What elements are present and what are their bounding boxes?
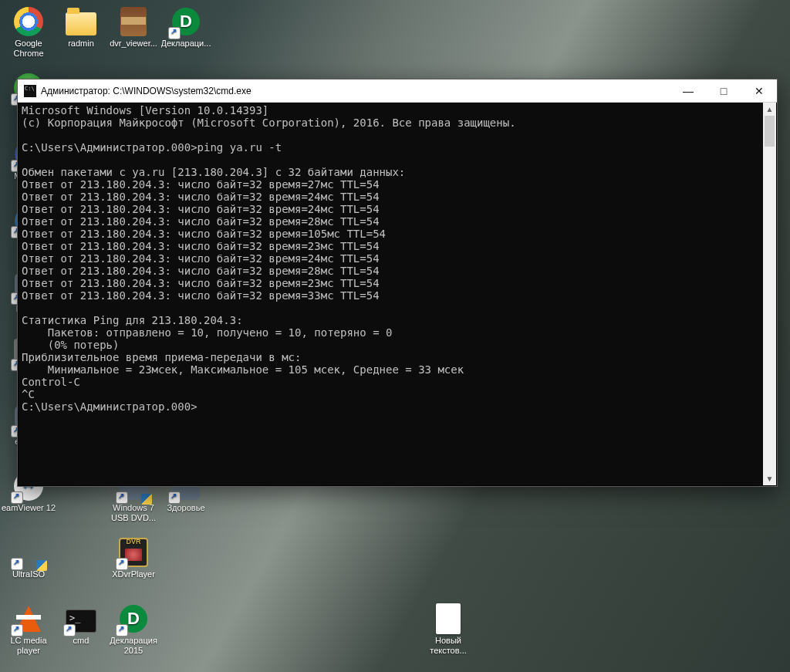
desktop-icon-label: LC media player (1, 636, 56, 655)
desktop-icon-radmin[interactable]: radmin (52, 6, 110, 49)
shortcut-arrow-icon (64, 625, 75, 636)
shortcut-arrow-icon (116, 625, 127, 636)
decl2-icon: D (118, 603, 149, 634)
desktop-icon-txt[interactable]: Новый текстов... (420, 603, 477, 655)
shortcut-arrow-icon (12, 492, 22, 503)
titlebar[interactable]: Администратор: C:\WINDOWS\system32\cmd.e… (18, 79, 777, 103)
desktop-icon-uiso[interactable]: UltraISO (0, 537, 57, 579)
chrome-icon (13, 6, 44, 37)
terminal-output[interactable]: Microsoft Windows [Version 10.0.14393] (… (19, 103, 763, 485)
radmin-icon (66, 6, 96, 37)
window-title: Администратор: C:\WINDOWS\system32\cmd.e… (41, 86, 252, 96)
desktop-icon-label: Декларация 2015 (106, 636, 161, 655)
cmd-icon (66, 603, 96, 634)
scrollbar[interactable]: ▲ ▼ (763, 103, 776, 485)
desktop-icon-dvrv[interactable]: dvr_viewer... (105, 6, 162, 49)
desktop-icon-label: Google Chrome (1, 39, 56, 58)
decl1-icon: D (170, 6, 201, 37)
shortcut-arrow-icon (12, 559, 22, 569)
close-button[interactable]: ✕ (741, 79, 777, 103)
desktop-icon-label: radmin (68, 39, 94, 49)
desktop-icon-label: XDvrPlayer (112, 569, 155, 579)
shortcut-arrow-icon (169, 492, 180, 503)
scroll-up-icon[interactable]: ▲ (763, 103, 776, 116)
desktop-icon-cmd[interactable]: cmd (52, 603, 110, 646)
desktop-icon-vlc[interactable]: LC media player (0, 603, 57, 655)
scroll-down-icon[interactable]: ▼ (763, 472, 776, 485)
desktop-icon-label: Windows 7 USB DVD... (106, 503, 161, 522)
dvrv-icon (118, 6, 149, 37)
scroll-track[interactable] (763, 116, 776, 472)
desktop-icon-decl2[interactable]: DДекларация 2015 (105, 603, 162, 655)
uac-shield-icon (141, 494, 152, 505)
desktop-icon-xdvr[interactable]: XDvrPlayer (105, 537, 162, 579)
desktop-icon-label: Новый текстов... (420, 636, 476, 655)
desktop-icon-label: dvr_viewer... (110, 39, 157, 49)
desktop-icon-label: Деклараци... (161, 39, 211, 49)
shortcut-arrow-icon (116, 559, 127, 569)
cmd-window: Администратор: C:\WINDOWS\system32\cmd.e… (17, 79, 778, 487)
vlc-icon (13, 603, 44, 634)
shortcut-arrow-icon (169, 28, 180, 39)
desktop-icon-decl1[interactable]: DДеклараци... (157, 6, 214, 49)
txt-icon (433, 603, 464, 634)
xdvr-icon (118, 537, 149, 568)
terminal-area: Microsoft Windows [Version 10.0.14393] (… (18, 103, 777, 486)
uiso-icon (13, 537, 44, 568)
uac-shield-icon (36, 560, 47, 571)
cmd-app-icon (24, 85, 36, 97)
shortcut-arrow-icon (12, 625, 22, 636)
desktop-icon-chrome[interactable]: Google Chrome (0, 6, 57, 58)
scroll-thumb[interactable] (765, 116, 775, 147)
desktop-icon-label: eamViewer 12 (2, 503, 56, 513)
minimize-button[interactable]: — (670, 79, 706, 103)
shortcut-arrow-icon (116, 492, 127, 503)
desktop-icon-label: cmd (73, 636, 89, 646)
desktop-icon-label: Здоровье (167, 503, 204, 513)
maximize-button[interactable]: □ (706, 79, 741, 103)
